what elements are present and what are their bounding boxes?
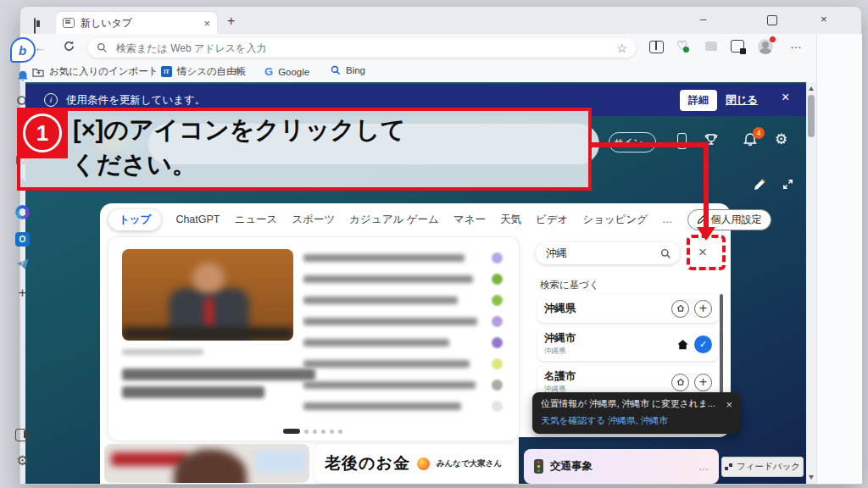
- profile-alert-dot: [770, 36, 776, 42]
- sidebar-drop-button[interactable]: [0, 258, 45, 271]
- sidebar-m365-button[interactable]: [0, 205, 45, 223]
- add-location-button[interactable]: +: [694, 374, 712, 391]
- annotation-arrow-horizontal: [588, 142, 709, 147]
- add-location-button[interactable]: +: [694, 300, 712, 318]
- publisher-logo: [492, 274, 503, 285]
- tab-weather[interactable]: 天気: [500, 213, 521, 227]
- location-row-okinawa-shi[interactable]: 沖縄市 沖縄県 ✓: [537, 327, 719, 361]
- sidebar-notifications-button[interactable]: [0, 69, 45, 83]
- bookmark-bing[interactable]: Bing: [331, 65, 365, 75]
- tab-top[interactable]: トップ: [108, 209, 161, 230]
- tab-video[interactable]: ビデオ: [536, 213, 568, 227]
- tab-news[interactable]: ニュース: [235, 213, 278, 227]
- sidebar-outlook-button[interactable]: O: [0, 230, 45, 247]
- publisher-logo: [492, 337, 503, 348]
- edit-background-icon[interactable]: [753, 178, 766, 191]
- tabs-overflow-icon[interactable]: …: [662, 214, 673, 225]
- expand-icon[interactable]: [782, 178, 794, 191]
- toast-weather-link[interactable]: 天気を確認する 沖縄県, 沖縄市: [541, 415, 732, 427]
- scrollbar-thumb[interactable]: [808, 95, 815, 137]
- tab-casual-games[interactable]: カジュアル ゲーム: [349, 213, 439, 227]
- window-minimize-button[interactable]: –: [700, 11, 706, 26]
- publisher-logo: [492, 358, 503, 369]
- sidebar-toggle-button[interactable]: [0, 429, 45, 445]
- pencil-glyph: [753, 178, 766, 191]
- banner-close-button[interactable]: 閉じる: [726, 93, 758, 108]
- location-row-okinawa-ken[interactable]: 沖縄県 +: [537, 294, 719, 323]
- carousel-dot[interactable]: [304, 430, 309, 434]
- location-search-box[interactable]: [536, 242, 680, 264]
- location-selected-check[interactable]: ✓: [694, 336, 712, 353]
- bookmark-import-favorites[interactable]: お気に入りのインポート: [32, 65, 159, 78]
- new-tab-button[interactable]: +: [227, 14, 235, 29]
- feedback-button[interactable]: フィードバック: [721, 457, 804, 477]
- list-scrollbar[interactable]: [720, 294, 723, 397]
- banner-details-button[interactable]: 詳細: [680, 90, 717, 111]
- banner-close-icon[interactable]: ×: [782, 90, 789, 105]
- settings-menu-button[interactable]: …: [790, 37, 803, 51]
- money-ad-card[interactable]: 老後のお金 みんなで大家さん: [314, 444, 516, 483]
- bookmark-label: 情シスの自由帳: [177, 65, 246, 78]
- scroll-up-arrow[interactable]: [809, 86, 814, 91]
- feedback-label: フィードバック: [737, 461, 800, 473]
- carousel-dot[interactable]: [330, 430, 334, 434]
- carousel-dot[interactable]: [338, 430, 342, 434]
- bookmark-label: Google: [278, 67, 309, 77]
- carousel-dot[interactable]: [321, 430, 326, 434]
- bing-chat-button[interactable]: b: [0, 37, 45, 63]
- tab-actions-icon[interactable]: [34, 19, 36, 34]
- traffic-card-menu-icon[interactable]: …: [698, 461, 709, 473]
- toast-close-icon[interactable]: ×: [726, 398, 732, 411]
- step-number: 1: [23, 114, 62, 152]
- headline-blurred: [303, 275, 473, 283]
- refresh-button[interactable]: [63, 40, 75, 53]
- news-card[interactable]: [108, 236, 520, 441]
- bookmark-google[interactable]: b G Google: [264, 65, 309, 78]
- bookmarks-divider: [151, 66, 152, 78]
- tab-favicon-icon: [63, 18, 75, 28]
- bing-chat-icon: b: [10, 37, 36, 63]
- window-close-button[interactable]: ×: [821, 11, 827, 26]
- tab-money[interactable]: マネー: [453, 213, 486, 227]
- headline-blurred: [303, 381, 476, 389]
- traffic-red: [537, 461, 541, 464]
- sidebar-add-button[interactable]: +: [0, 285, 45, 302]
- traffic-green: [537, 469, 541, 473]
- bookmark-joushisu[interactable]: IT 情シスの自由帳: [161, 65, 246, 78]
- search-icon: [97, 42, 108, 53]
- annotation-line1: [×]のアイコンをクリックして: [73, 113, 588, 147]
- window-maximize-button[interactable]: [767, 14, 777, 29]
- home-selected-icon[interactable]: [676, 338, 689, 351]
- news-headline-blurred: [122, 386, 264, 398]
- page-scrollbar[interactable]: [806, 82, 816, 484]
- ad-card-blurred[interactable]: [104, 444, 309, 483]
- tab-close-icon[interactable]: ×: [203, 17, 210, 30]
- tab-sports[interactable]: スポーツ: [292, 213, 335, 227]
- scroll-down-arrow[interactable]: [809, 475, 814, 480]
- msn-settings-gear-icon[interactable]: ⚙: [775, 130, 787, 148]
- address-input[interactable]: [114, 42, 609, 55]
- collections-icon[interactable]: [705, 42, 717, 51]
- window-close-icon: ×: [821, 13, 827, 25]
- screenshot-icon[interactable]: [731, 40, 744, 53]
- sidebar-settings-button[interactable]: ⚙: [0, 452, 45, 469]
- tab-chatgpt[interactable]: ChatGPT: [175, 214, 220, 225]
- address-bar[interactable]: ☆: [88, 38, 636, 58]
- set-home-button[interactable]: [671, 374, 689, 391]
- paper-plane-icon: [15, 258, 30, 271]
- expand-arrows-glyph: [782, 178, 794, 191]
- tab-shopping[interactable]: ショッピング: [582, 213, 648, 227]
- split-screen-icon[interactable]: [649, 41, 664, 53]
- favorite-star-icon[interactable]: ☆: [616, 42, 627, 55]
- browser-tab[interactable]: 新しいタブ ×: [56, 12, 217, 34]
- edge-sidebar: [816, 34, 862, 484]
- news-headline-blurred: [122, 369, 315, 380]
- google-favicon: G: [264, 65, 273, 78]
- set-home-button[interactable]: [671, 300, 689, 318]
- location-name: 沖縄県: [544, 302, 576, 316]
- carousel-dot-active[interactable]: [283, 429, 300, 434]
- carousel-dot[interactable]: [313, 430, 317, 434]
- location-search-input[interactable]: [544, 247, 660, 260]
- traffic-card[interactable]: 交通事象 …: [524, 449, 719, 484]
- carousel-dots[interactable]: [283, 429, 342, 434]
